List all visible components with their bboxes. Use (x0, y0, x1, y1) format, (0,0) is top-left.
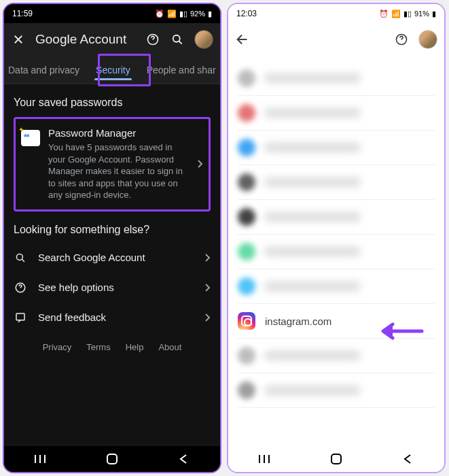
annotation-highlight-tab (98, 54, 151, 86)
screenshot-google-account-security: 11:59 ⏰ 📶 ▮▯ 92% ▮ Google Account Data a… (3, 3, 221, 473)
battery-text: 92% (190, 10, 205, 18)
password-row-blurred[interactable] (238, 200, 435, 235)
help-options-row[interactable]: See help options (14, 273, 211, 303)
search-icon[interactable] (170, 32, 185, 47)
nav-back-icon[interactable] (402, 453, 414, 465)
footer-help[interactable]: Help (126, 342, 144, 352)
battery-text: 91% (414, 10, 429, 18)
alarm-icon: ⏰ (155, 10, 164, 18)
nav-bar (228, 446, 444, 472)
status-right: ⏰ 📶 ▮▯ 92% ▮ (155, 10, 212, 18)
instagram-icon (238, 312, 255, 330)
send-feedback-row[interactable]: Send feedback (14, 303, 211, 333)
search-account-row[interactable]: Search Google Account (14, 243, 211, 273)
footer-privacy[interactable]: Privacy (43, 342, 72, 352)
password-manager-title: Password Manager (48, 127, 188, 139)
signal-icon: ▮▯ (403, 10, 412, 18)
password-row-blurred[interactable] (238, 61, 435, 96)
password-row-blurred[interactable] (238, 373, 435, 408)
avatar[interactable] (194, 30, 213, 49)
app-bar (228, 23, 444, 56)
back-icon[interactable] (235, 32, 250, 47)
tabs: Data and privacy Security People and sha… (4, 56, 220, 84)
screenshot-password-manager-list: 12:03 ⏰ 📶 ▮▯ 91% ▮ instagram.com (227, 3, 446, 473)
password-manager-row[interactable]: ✦** Password Manager You have 5 password… (16, 119, 209, 209)
password-manager-desc: You have 5 passwords saved in your Googl… (48, 141, 188, 201)
section-saved-passwords-title: Your saved passwords (14, 97, 211, 109)
nav-recents-icon[interactable] (34, 453, 46, 465)
close-icon[interactable] (11, 32, 26, 47)
nav-back-icon[interactable] (178, 453, 190, 465)
footer-links: Privacy Terms Help About (14, 333, 211, 356)
svg-point-1 (173, 35, 180, 42)
help-icon[interactable] (145, 32, 160, 47)
svg-rect-5 (107, 454, 117, 464)
status-time: 12:03 (236, 9, 257, 18)
search-icon (14, 252, 27, 264)
nav-home-icon[interactable] (106, 453, 118, 465)
signal-icon: ▮▯ (179, 10, 187, 18)
alarm-icon: ⏰ (379, 10, 389, 18)
chevron-right-icon (204, 313, 211, 322)
avatar[interactable] (418, 30, 437, 49)
annotation-arrow (378, 321, 425, 341)
app-bar: Google Account (4, 23, 220, 56)
status-bar: 12:03 ⏰ 📶 ▮▯ 91% ▮ (228, 4, 444, 23)
password-row-blurred[interactable] (238, 131, 435, 165)
help-icon (14, 282, 27, 294)
battery-icon: ▮ (208, 10, 212, 18)
footer-terms[interactable]: Terms (86, 342, 110, 352)
svg-point-2 (16, 254, 22, 260)
battery-icon: ▮ (432, 10, 436, 18)
password-row-blurred[interactable] (238, 96, 435, 131)
status-bar: 11:59 ⏰ 📶 ▮▯ 92% ▮ (4, 4, 220, 23)
help-icon[interactable] (394, 32, 409, 47)
section-looking-title: Looking for something else? (14, 224, 211, 236)
password-row-blurred[interactable] (238, 269, 435, 304)
tab-data-privacy[interactable]: Data and privacy (7, 56, 81, 84)
password-manager-icon: ✦** (21, 130, 40, 146)
status-right: ⏰ 📶 ▮▯ 91% ▮ (379, 10, 436, 18)
chevron-right-icon (196, 159, 203, 169)
nav-recents-icon[interactable] (258, 453, 270, 465)
password-list: instagram.com (228, 56, 444, 446)
site-label: instagram.com (265, 316, 331, 327)
wifi-icon: 📶 (167, 10, 177, 18)
page-title: Google Account (35, 32, 136, 47)
tab-people-sharing[interactable]: People and shar (145, 56, 217, 84)
chevron-right-icon (204, 283, 211, 292)
status-time: 11:59 (12, 9, 33, 18)
wifi-icon: 📶 (391, 10, 401, 18)
footer-about[interactable]: About (158, 342, 181, 352)
main-content: Your saved passwords ✦** Password Manage… (4, 84, 220, 446)
password-row-blurred[interactable] (238, 339, 435, 373)
nav-home-icon[interactable] (330, 453, 342, 465)
annotation-highlight-card: ✦** Password Manager You have 5 password… (14, 117, 211, 211)
password-row-blurred[interactable] (238, 235, 435, 269)
chevron-right-icon (204, 253, 211, 262)
password-row-blurred[interactable] (238, 165, 435, 200)
svg-rect-7 (331, 454, 341, 464)
feedback-icon (14, 311, 27, 324)
nav-bar (4, 446, 220, 472)
